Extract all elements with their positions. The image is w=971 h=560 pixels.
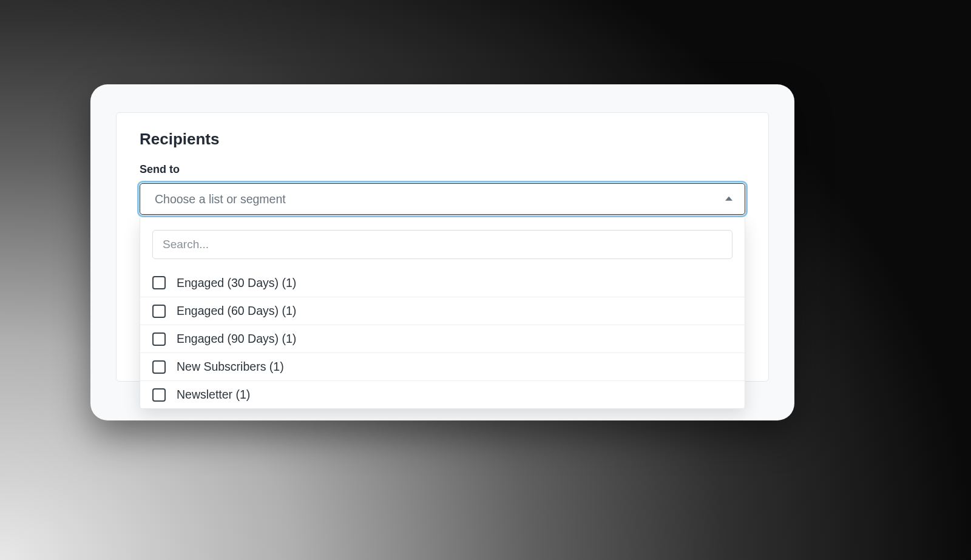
section-title: Recipients <box>140 130 745 149</box>
recipients-select-placeholder: Choose a list or segment <box>155 192 286 206</box>
list-item[interactable]: New Subscribers (1) <box>140 353 745 380</box>
list-item[interactable]: Newsletter (1) <box>140 380 745 408</box>
list-item[interactable]: Engaged (30 Days) (1) <box>140 269 745 297</box>
checkbox-icon[interactable] <box>152 332 166 346</box>
checkbox-icon[interactable] <box>152 388 166 402</box>
field-label-send-to: Send to <box>140 163 745 176</box>
dropdown-search-input[interactable] <box>152 230 732 259</box>
recipients-option-list: Engaged (30 Days) (1) Engaged (60 Days) … <box>140 269 745 408</box>
recipients-panel: Recipients Send to Choose a list or segm… <box>116 112 769 382</box>
recipients-select-control[interactable]: Choose a list or segment <box>140 183 745 215</box>
option-label: Newsletter (1) <box>177 388 250 402</box>
checkbox-icon[interactable] <box>152 305 166 318</box>
checkbox-icon[interactable] <box>152 276 166 289</box>
option-label: Engaged (60 Days) (1) <box>177 304 296 318</box>
option-label: Engaged (30 Days) (1) <box>177 276 296 290</box>
option-label: Engaged (90 Days) (1) <box>177 332 296 346</box>
modal-card: Recipients Send to Choose a list or segm… <box>90 84 794 420</box>
recipients-dropdown-panel: Engaged (30 Days) (1) Engaged (60 Days) … <box>140 218 745 409</box>
list-item[interactable]: Engaged (60 Days) (1) <box>140 297 745 325</box>
dropdown-search-wrap <box>140 218 745 269</box>
caret-up-icon <box>725 197 732 201</box>
list-item[interactable]: Engaged (90 Days) (1) <box>140 325 745 353</box>
option-label: New Subscribers (1) <box>177 360 284 374</box>
checkbox-icon[interactable] <box>152 360 166 374</box>
recipients-select: Choose a list or segment Engaged (30 Day… <box>140 183 745 215</box>
